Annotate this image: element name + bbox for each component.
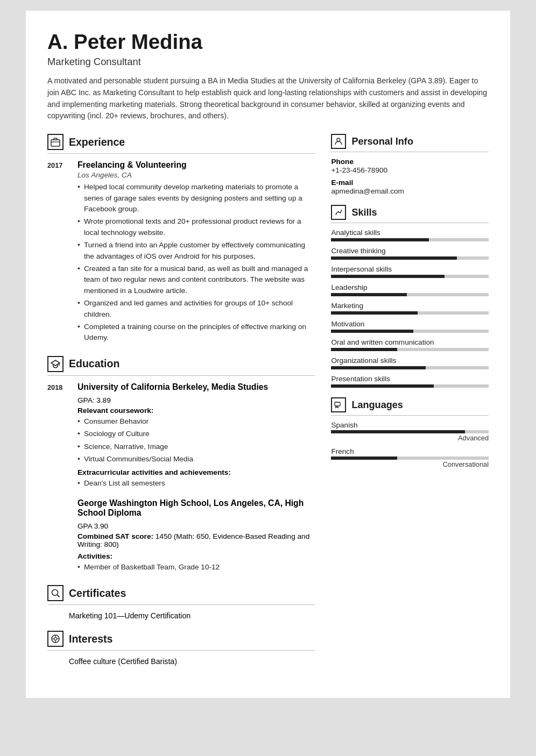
skill-item: Marketing — [331, 302, 489, 315]
skill-item: Interpersonal skills — [331, 265, 489, 278]
entry-year: 2018 — [47, 382, 68, 491]
skill-name: Leadership — [331, 283, 489, 291]
skill-name: Marketing — [331, 302, 489, 310]
certificates-icon — [47, 585, 64, 601]
extracurricular-list: Dean's List all semesters — [77, 478, 315, 489]
skill-name: Presentation skills — [331, 375, 489, 383]
entry-subtitle: Los Angeles, CA — [77, 171, 315, 179]
skills-header: Skills — [331, 205, 489, 220]
svg-point-11 — [337, 138, 340, 141]
skill-item: Oral and written communication — [331, 338, 489, 351]
email-label: E-mail — [331, 179, 489, 187]
entry-title: George Washington High School, Los Angel… — [77, 498, 315, 518]
svg-rect-13 — [335, 402, 340, 406]
skill-name: Oral and written communication — [331, 338, 489, 346]
experience-bullet: Created a fan site for a musical band, a… — [77, 263, 315, 296]
experience-title: Experience — [69, 136, 125, 148]
education-section: Education 2018 University of California … — [47, 356, 315, 574]
svg-point-6 — [54, 638, 57, 640]
activities-list: Member of Basketball Team, Grade 10-12 — [77, 562, 315, 573]
skills-divider — [331, 223, 489, 223]
experience-icon — [47, 134, 64, 150]
sat-label: Combined SAT score: — [77, 532, 153, 540]
candidate-title: Marketing Consultant — [47, 56, 489, 68]
skill-item: Analytical skills — [331, 229, 489, 241]
skill-bar-fill — [331, 311, 418, 315]
interests-icon — [47, 631, 64, 647]
entry-year — [47, 498, 68, 574]
language-name: Spanish — [331, 421, 489, 429]
extracurricular-item: Dean's List all semesters — [77, 478, 315, 489]
languages-header: Languages — [331, 397, 489, 412]
personal-info-icon — [331, 134, 346, 149]
entry-content: University of California Berkeley, Media… — [77, 382, 315, 491]
language-bar-fill — [331, 430, 465, 433]
coursework-label: Relevant coursework: — [77, 406, 315, 415]
certificate-item: Marketing 101—Udemy Certification — [69, 611, 315, 620]
coursework-item: Virtual Communities/Social Media — [77, 454, 315, 465]
interests-section: Interests Coffee culture (Certified Bari… — [47, 631, 315, 666]
entry-content: George Washington High School, Los Angel… — [77, 498, 315, 574]
skill-bar-bg — [331, 256, 489, 260]
sat-line: Combined SAT score: 1450 (Math: 650, Evi… — [77, 532, 315, 548]
gpa: GPA: 3.89 — [77, 396, 315, 404]
main-layout: Experience 2017 Freelancing & Volunteeri… — [47, 134, 489, 676]
education-divider — [47, 375, 315, 376]
education-title: Education — [69, 358, 119, 370]
svg-point-12 — [338, 211, 339, 212]
interests-title: Interests — [69, 633, 112, 645]
education-header: Education — [47, 356, 315, 372]
skill-bar-bg — [331, 238, 489, 241]
certificates-title: Certificates — [69, 587, 126, 600]
language-item: Spanish Advanced — [331, 421, 489, 442]
certificates-header: Certificates — [47, 585, 315, 601]
skill-name: Creative thinking — [331, 247, 489, 255]
language-level: Advanced — [331, 434, 489, 442]
interests-items: Coffee culture (Certified Barista) — [47, 657, 315, 666]
certificates-section: Certificates Marketing 101—Udemy Certifi… — [47, 585, 315, 620]
skill-item: Presentation skills — [331, 375, 489, 388]
education-entry: George Washington High School, Los Angel… — [47, 498, 315, 574]
skill-bar-fill — [331, 348, 397, 351]
education-entry: 2018 University of California Berkeley, … — [47, 382, 315, 491]
activities-label: Activities: — [77, 552, 315, 560]
experience-bullet: Organized and led games and activities f… — [77, 298, 315, 320]
skill-name: Motivation — [331, 320, 489, 328]
experience-divider — [47, 153, 315, 154]
candidate-summary: A motivated and personable student pursu… — [47, 75, 489, 122]
personal-info-title: Personal Info — [351, 136, 413, 147]
education-icon — [47, 356, 64, 372]
svg-rect-0 — [51, 140, 60, 146]
skill-bar-bg — [331, 366, 489, 369]
personal-info-section: Personal Info Phone +1-23-456-78900 E-ma… — [331, 134, 489, 195]
entry-title: University of California Berkeley, Media… — [77, 382, 315, 392]
entry-year: 2017 — [47, 160, 68, 345]
extracurricular-label: Extracurricular activities and achieveme… — [77, 468, 315, 476]
coursework-item: Science, Narrative, Image — [77, 441, 315, 452]
resume-document: A. Peter Medina Marketing Consultant A m… — [26, 11, 510, 698]
certificates-items: Marketing 101—Udemy Certification — [47, 611, 315, 620]
skill-item: Motivation — [331, 320, 489, 333]
skill-bar-bg — [331, 330, 489, 333]
skill-bar-bg — [331, 311, 489, 315]
left-column: Experience 2017 Freelancing & Volunteeri… — [47, 134, 315, 676]
experience-bullet: Completed a training course on the princ… — [77, 322, 315, 344]
personal-info-header: Personal Info — [331, 134, 489, 149]
experience-bullet: Helped local community develop marketing… — [77, 182, 315, 215]
skill-item: Organizational skills — [331, 356, 489, 369]
entry-list: Helped local community develop marketing… — [77, 182, 315, 343]
skill-bar-bg — [331, 348, 489, 351]
skill-bar-fill — [331, 256, 457, 260]
coursework-item: Sociology of Culture — [77, 429, 315, 439]
email-value: apmedina@email.com — [331, 187, 489, 195]
language-item: French Conversational — [331, 447, 489, 468]
interests-divider — [47, 650, 315, 651]
entry-title: Freelancing & Volunteering — [77, 160, 315, 170]
skill-bar-bg — [331, 293, 489, 296]
language-bar-bg — [331, 430, 489, 433]
skill-bar-fill — [331, 384, 433, 388]
experience-header: Experience — [47, 134, 315, 150]
right-column: Personal Info Phone +1-23-456-78900 E-ma… — [331, 134, 489, 676]
skill-bar-fill — [331, 275, 445, 278]
gpa: GPA 3.90 — [77, 522, 315, 530]
